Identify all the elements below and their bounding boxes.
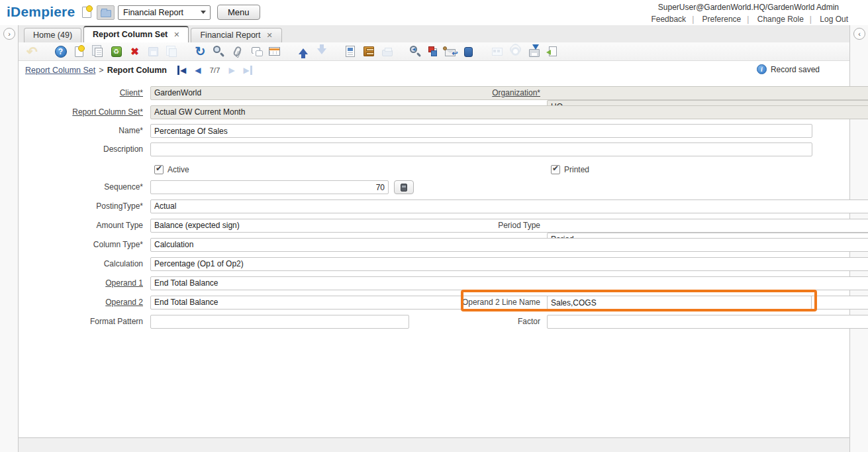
breadcrumb-parent-link[interactable]: Report Column Set bbox=[25, 66, 95, 75]
operand-1-dropdown[interactable]: End Total Balance bbox=[150, 276, 868, 290]
window-selector-dropdown[interactable]: Financial Report bbox=[118, 5, 211, 20]
form-row: Report Column Set* Actual GW Current Mon… bbox=[19, 105, 849, 119]
window-panel: Report Column Set > Report Column ◀ ◀ 7/… bbox=[19, 42, 849, 437]
lock-icon[interactable] bbox=[461, 44, 475, 59]
report-icon[interactable] bbox=[343, 44, 357, 59]
archive-icon[interactable] bbox=[362, 44, 375, 59]
export-icon[interactable] bbox=[527, 44, 541, 59]
tab-report-column-set[interactable]: Report Column Set✕ bbox=[83, 26, 189, 42]
calculation-dropdown[interactable]: Percentage (Op1 of Op2) bbox=[150, 257, 868, 271]
form-row: PostingType* Actual bbox=[19, 199, 849, 213]
help-icon[interactable] bbox=[54, 44, 68, 59]
column-type-label: Column Type* bbox=[19, 238, 143, 252]
save-icon bbox=[146, 44, 160, 59]
expand-left-panel-button[interactable]: › bbox=[3, 28, 15, 40]
close-tab-icon[interactable]: ✕ bbox=[266, 31, 272, 39]
amount-type-label: Amount Type bbox=[19, 219, 143, 233]
log-out-link[interactable]: Log Out bbox=[820, 15, 848, 24]
form-row: Operand 1 End Total Balance bbox=[19, 276, 849, 290]
close-tab-icon[interactable]: ✕ bbox=[173, 30, 179, 38]
printed-checkbox[interactable]: Printed bbox=[551, 165, 589, 174]
column-type-dropdown[interactable]: Calculation bbox=[150, 238, 868, 252]
form-row: Format Pattern Factor bbox=[19, 315, 849, 329]
form-row: Amount Type Balance (expected sign) Peri… bbox=[19, 219, 849, 233]
form-row: Sequence* bbox=[19, 180, 849, 194]
menu-button[interactable]: Menu bbox=[217, 5, 260, 20]
breadcrumb-bar: Report Column Set > Report Column ◀ ◀ 7/… bbox=[19, 61, 849, 79]
form-row: Name* bbox=[19, 124, 849, 138]
chevron-down-icon bbox=[201, 11, 206, 14]
delete-selection-icon[interactable] bbox=[128, 44, 142, 59]
chat-icon[interactable] bbox=[249, 44, 263, 59]
zoom-across-icon[interactable] bbox=[409, 44, 422, 59]
window-selector-value: Financial Report bbox=[123, 8, 183, 17]
report-column-form: Client* GardenWorld Organization* HQ Rep… bbox=[19, 79, 849, 437]
record-navigation: ◀ ◀ 7/7 ▶ ▶ bbox=[177, 66, 261, 75]
breadcrumb-current: Report Column bbox=[107, 66, 167, 75]
record-position: 7/7 bbox=[209, 66, 220, 74]
breadcrumb-separator: > bbox=[99, 66, 103, 75]
expand-right-panel-button[interactable]: ‹ bbox=[853, 28, 865, 40]
save-create-icon bbox=[165, 44, 179, 59]
last-record-icon: ▶ bbox=[244, 66, 252, 75]
logged-in-user: SuperUser@GardenWorld.HQ/GardenWorld Adm… bbox=[658, 3, 839, 12]
format-pattern-input[interactable] bbox=[150, 315, 409, 329]
requests-icon[interactable] bbox=[443, 44, 457, 59]
workflow-icon[interactable] bbox=[427, 46, 438, 57]
calculator-icon bbox=[401, 184, 407, 192]
preference-gear-icon bbox=[508, 44, 522, 59]
tab-home[interactable]: Home (49) bbox=[24, 28, 81, 42]
window-icon bbox=[490, 44, 504, 59]
period-type-label: Period Type bbox=[408, 219, 540, 233]
delete-record-icon[interactable] bbox=[109, 44, 123, 59]
new-record-icon[interactable] bbox=[72, 44, 86, 59]
form-row: Description bbox=[19, 142, 849, 156]
name-label: Name* bbox=[19, 124, 143, 138]
first-record-icon[interactable]: ◀ bbox=[177, 66, 186, 75]
description-input[interactable] bbox=[150, 142, 812, 156]
app-header: iDempiere Financial Report Menu SuperUse… bbox=[0, 0, 868, 25]
preference-link[interactable]: Preference bbox=[702, 15, 742, 24]
refresh-icon[interactable] bbox=[193, 44, 207, 59]
form-row: Client* GardenWorld Organization* HQ bbox=[19, 86, 849, 100]
header-links: Feedback| Preference| Change Role| Log O… bbox=[645, 15, 854, 24]
status-message: i Record saved bbox=[757, 64, 820, 74]
feedback-link[interactable]: Feedback bbox=[651, 15, 686, 24]
factor-label: Factor bbox=[408, 315, 540, 329]
next-record-icon: ▶ bbox=[228, 66, 234, 75]
active-checkbox[interactable]: Active bbox=[154, 165, 189, 174]
form-row: Operand 2 End Total Balance Operand 2 Li… bbox=[19, 296, 849, 310]
folder-icon bbox=[101, 10, 111, 17]
posting-type-label: PostingType* bbox=[19, 199, 143, 213]
form-row: Active Printed bbox=[19, 164, 849, 178]
grid-toggle-icon[interactable] bbox=[267, 44, 281, 59]
tab-financial-report[interactable]: Financial Report✕ bbox=[191, 28, 281, 42]
operand-2-label: Operand 2 bbox=[19, 296, 143, 310]
file-import-icon[interactable] bbox=[546, 44, 559, 59]
new-window-icon[interactable] bbox=[82, 7, 91, 18]
copy-record-icon[interactable] bbox=[91, 44, 105, 59]
operand-2-line-name-input[interactable] bbox=[547, 296, 812, 310]
info-icon: i bbox=[757, 64, 767, 74]
tab-bar: Home (49) Report Column Set✕ Financial R… bbox=[19, 25, 849, 42]
factor-dropdown[interactable] bbox=[547, 315, 868, 329]
parent-record-icon[interactable] bbox=[296, 44, 310, 59]
calculator-button[interactable] bbox=[394, 180, 414, 194]
name-input[interactable] bbox=[150, 124, 812, 138]
change-role-link[interactable]: Change Role bbox=[757, 15, 804, 24]
previous-record-icon[interactable]: ◀ bbox=[195, 66, 201, 75]
attachment-icon[interactable] bbox=[230, 44, 244, 59]
idempiere-logo: iDempiere bbox=[7, 4, 75, 20]
report-column-set-dropdown[interactable]: Actual GW Current Month bbox=[150, 105, 868, 119]
detail-record-icon bbox=[314, 44, 328, 59]
sequence-input[interactable] bbox=[150, 180, 389, 194]
posting-type-dropdown[interactable]: Actual bbox=[150, 199, 868, 213]
open-window-button[interactable] bbox=[97, 5, 115, 20]
sequence-label: Sequence* bbox=[19, 180, 143, 194]
find-icon[interactable] bbox=[212, 44, 226, 59]
description-label: Description bbox=[19, 142, 143, 156]
form-row: Column Type* Calculation bbox=[19, 238, 849, 252]
bottom-status-strip bbox=[19, 437, 849, 452]
format-pattern-label: Format Pattern bbox=[19, 315, 143, 329]
checkbox-icon bbox=[551, 165, 560, 174]
